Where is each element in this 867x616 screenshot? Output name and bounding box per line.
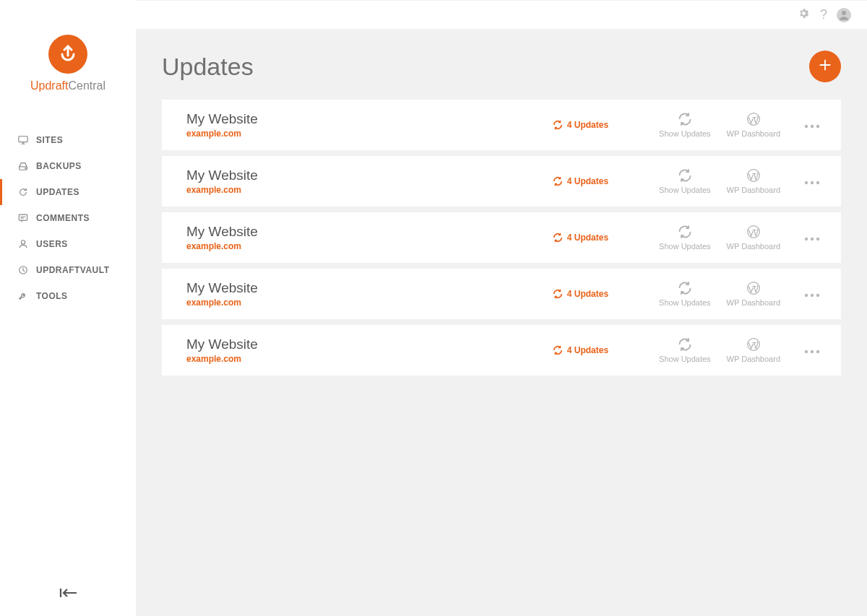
site-domain[interactable]: example.com [186, 129, 553, 139]
site-domain[interactable]: example.com [186, 241, 553, 251]
svg-point-19 [805, 294, 808, 297]
sidebar-item-tools[interactable]: TOOLS [0, 283, 136, 309]
collapse-sidebar-button[interactable] [58, 586, 79, 603]
wrench-icon [17, 290, 29, 302]
more-icon [803, 175, 821, 188]
settings-button[interactable] [796, 8, 811, 22]
logo-word2: Central [68, 79, 105, 92]
more-icon [803, 231, 821, 244]
comment-icon [17, 212, 29, 224]
updates-count: 4 Updates [567, 176, 608, 186]
nav-label: USERS [36, 239, 68, 249]
wp-dashboard-button[interactable]: WP Dashboard [727, 112, 780, 138]
logo-icon [48, 35, 87, 74]
page-header: Updates [136, 29, 867, 100]
site-info: My Website example.com [186, 280, 553, 308]
wp-dashboard-button[interactable]: WP Dashboard [727, 337, 780, 363]
updates-badge[interactable]: 4 Updates [553, 120, 608, 130]
nav-label: UPDATES [36, 187, 79, 197]
show-updates-button[interactable]: Show Updates [659, 337, 711, 363]
updates-badge[interactable]: 4 Updates [553, 176, 608, 186]
refresh-icon [553, 289, 563, 299]
wp-dashboard-button[interactable]: WP Dashboard [727, 225, 780, 251]
wordpress-icon [746, 225, 761, 239]
wp-dashboard-button[interactable]: WP Dashboard [727, 281, 780, 307]
topbar: ? [136, 0, 867, 29]
show-updates-button[interactable]: Show Updates [659, 112, 711, 138]
main: ? Updates My Website example.com 4 Updat… [136, 0, 867, 616]
svg-point-16 [811, 238, 814, 240]
svg-point-1 [25, 168, 26, 168]
updates-count: 4 Updates [567, 233, 608, 243]
site-domain[interactable]: example.com [186, 298, 553, 308]
sidebar-item-backups[interactable]: BACKUPS [0, 153, 136, 179]
help-button[interactable]: ? [816, 8, 831, 22]
more-options-button[interactable] [803, 344, 821, 357]
action-label: WP Dashboard [727, 298, 780, 307]
site-name: My Website [186, 280, 553, 296]
action-label: Show Updates [659, 242, 711, 251]
gear-icon [798, 7, 810, 22]
action-label: WP Dashboard [727, 186, 780, 194]
site-card: My Website example.com 4 Updates Show Up… [162, 325, 841, 376]
monitor-icon [17, 134, 29, 146]
action-label: Show Updates [659, 355, 711, 363]
vault-icon [17, 264, 29, 276]
updates-count: 4 Updates [567, 345, 608, 355]
sidebar-item-updraftvault[interactable]: UPDRAFTVAULT [0, 257, 136, 283]
site-card: My Website example.com 4 Updates Show Up… [162, 156, 841, 207]
svg-point-17 [816, 238, 819, 240]
svg-point-7 [805, 125, 808, 128]
nav-label: SITES [36, 135, 63, 145]
add-button[interactable] [809, 51, 841, 82]
more-icon [803, 118, 821, 131]
sidebar-item-sites[interactable]: SITES [0, 127, 136, 153]
sidebar-item-users[interactable]: USERS [0, 231, 136, 257]
updates-badge[interactable]: 4 Updates [553, 289, 608, 299]
updates-badge[interactable]: 4 Updates [553, 345, 608, 355]
show-updates-button[interactable]: Show Updates [659, 168, 711, 194]
svg-point-9 [816, 125, 819, 128]
refresh-icon [678, 225, 692, 239]
show-updates-button[interactable]: Show Updates [659, 281, 711, 307]
site-card: My Website example.com 4 Updates Show Up… [162, 100, 841, 150]
more-options-button[interactable] [803, 175, 821, 188]
refresh-icon [553, 120, 563, 130]
show-updates-button[interactable]: Show Updates [659, 225, 711, 251]
more-options-button[interactable] [803, 287, 821, 300]
site-domain[interactable]: example.com [186, 185, 553, 195]
svg-point-25 [816, 350, 819, 353]
site-name: My Website [186, 168, 553, 183]
site-name: My Website [186, 111, 553, 127]
wp-dashboard-button[interactable]: WP Dashboard [727, 168, 780, 194]
site-name: My Website [186, 224, 553, 240]
wordpress-icon [746, 337, 761, 352]
refresh-icon [17, 186, 29, 198]
svg-point-11 [805, 181, 808, 184]
sidebar: UpdraftCentral SITES BACKUPS UPDATES [0, 0, 136, 616]
site-list: My Website example.com 4 Updates Show Up… [136, 100, 867, 381]
site-domain[interactable]: example.com [186, 354, 553, 364]
sidebar-item-updates[interactable]: UPDATES [0, 179, 136, 205]
svg-point-23 [805, 350, 808, 353]
user-avatar[interactable] [837, 8, 851, 22]
svg-point-5 [842, 11, 846, 15]
logo: UpdraftCentral [0, 0, 136, 114]
svg-point-3 [21, 240, 25, 244]
svg-rect-2 [19, 214, 27, 220]
sidebar-item-comments[interactable]: COMMENTS [0, 205, 136, 231]
site-name: My Website [186, 337, 553, 352]
plus-icon [817, 57, 833, 76]
nav: SITES BACKUPS UPDATES COMMENTS USERS [0, 114, 136, 309]
action-label: Show Updates [659, 129, 711, 138]
site-info: My Website example.com [186, 111, 553, 139]
svg-point-13 [816, 181, 819, 184]
svg-point-12 [811, 181, 814, 184]
more-options-button[interactable] [803, 231, 821, 244]
action-label: WP Dashboard [727, 355, 780, 363]
nav-label: TOOLS [36, 291, 68, 301]
updates-badge[interactable]: 4 Updates [553, 233, 608, 243]
more-options-button[interactable] [803, 118, 821, 131]
svg-point-15 [805, 238, 808, 240]
refresh-icon [553, 176, 563, 186]
